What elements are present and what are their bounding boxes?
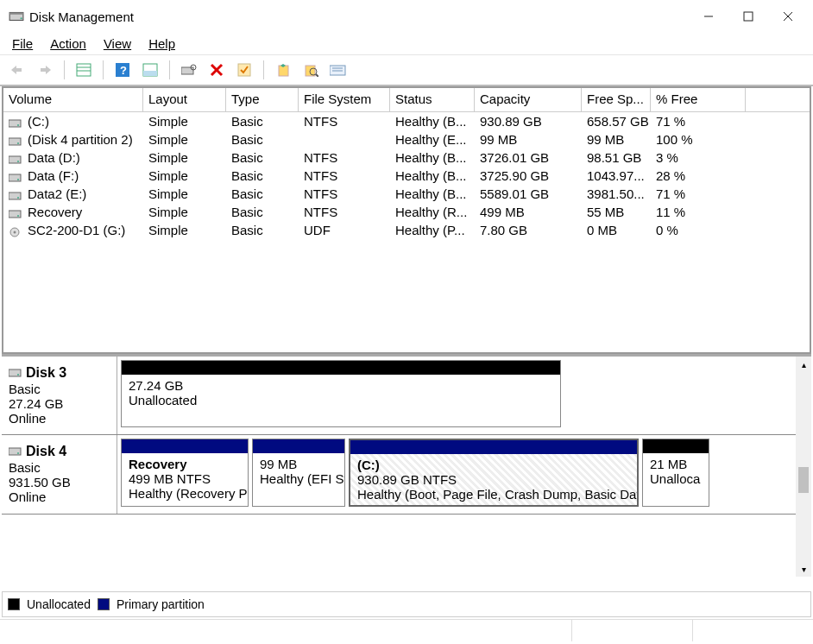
volume-icon [9, 207, 22, 218]
new-volume-button[interactable] [271, 58, 295, 82]
svg-point-40 [17, 197, 19, 199]
partition[interactable]: (C:)930.89 GB NTFSHealthy (Boot, Page Fi… [349, 439, 639, 507]
svg-point-48 [17, 452, 19, 454]
volume-icon [9, 171, 22, 181]
volume-type: Basic [226, 131, 299, 148]
volume-fs [299, 139, 390, 141]
volume-row[interactable]: SC2-200-D1 (G:)SimpleBasicUDFHealthy (P.… [3, 221, 810, 239]
col-cap[interactable]: Capacity [475, 88, 582, 111]
toolbar-separator [103, 60, 104, 79]
disk-capacity: 931.50 GB [9, 475, 110, 489]
disk-partitions: Recovery499 MB NTFSHealthy (Recovery P99… [117, 435, 796, 514]
volume-layout: Simple [143, 113, 226, 129]
window-title: Disk Management [29, 9, 134, 24]
volume-status: Healthy (B... [390, 167, 475, 184]
graphical-view-button[interactable] [138, 58, 162, 82]
volume-free: 99 MB [582, 131, 651, 148]
scroll-down-icon[interactable]: ▾ [796, 561, 811, 577]
maximize-button[interactable] [728, 3, 768, 29]
volume-row[interactable]: Data (D:)SimpleBasicNTFSHealthy (B...372… [3, 148, 810, 167]
partition-size: 99 MB [260, 457, 337, 471]
svg-rect-47 [9, 448, 21, 455]
volume-type: Basic [226, 167, 299, 184]
col-fs[interactable]: File System [299, 88, 390, 111]
delete-button[interactable] [205, 58, 229, 82]
disk-label[interactable]: Disk 3Basic27.24 GBOnline [2, 357, 117, 434]
explore-button[interactable] [299, 58, 323, 82]
volume-pct: 0 % [651, 222, 746, 238]
volume-type: Basic [226, 222, 299, 238]
disk-state: Online [9, 411, 110, 426]
volume-free: 0 MB [582, 222, 651, 238]
volume-row[interactable]: Data2 (E:)SimpleBasicNTFSHealthy (B...55… [3, 185, 810, 203]
volume-row[interactable]: (Disk 4 partition 2)SimpleBasicHealthy (… [3, 130, 810, 148]
volume-icon [9, 153, 22, 163]
partition[interactable]: 99 MBHealthy (EFI Sy [252, 439, 345, 507]
svg-rect-41 [9, 211, 21, 218]
partition-status: Healthy (Boot, Page File, Crash Dump, Ba… [357, 487, 630, 502]
svg-point-2 [21, 17, 22, 19]
minimize-button[interactable] [689, 3, 728, 29]
back-button[interactable] [5, 58, 29, 82]
svg-marker-7 [11, 66, 16, 74]
close-button[interactable] [768, 3, 808, 29]
statusbar [0, 619, 813, 641]
partition-status: Healthy (Recovery P [129, 486, 241, 501]
partition[interactable]: Recovery499 MB NTFSHealthy (Recovery P [121, 439, 249, 507]
volume-list[interactable]: Volume Layout Type File System Status Ca… [2, 86, 811, 354]
volume-type: Basic [226, 204, 299, 220]
volume-capacity: 499 MB [475, 204, 582, 220]
col-layout[interactable]: Layout [143, 88, 226, 111]
settings-button[interactable] [177, 58, 201, 82]
help-button[interactable]: ? [110, 58, 135, 82]
scrollbar-thumb[interactable] [798, 467, 809, 493]
volume-fs: NTFS [299, 186, 390, 202]
volume-pct: 71 % [651, 186, 746, 202]
menu-action[interactable]: Action [41, 34, 95, 54]
menu-help[interactable]: Help [140, 34, 184, 54]
svg-rect-35 [9, 156, 21, 163]
col-free[interactable]: Free Sp... [582, 88, 651, 111]
svg-rect-1 [9, 13, 23, 15]
disk-label[interactable]: Disk 4Basic931.50 GBOnline [2, 435, 117, 514]
volume-capacity: 3725.90 GB [475, 167, 582, 184]
volume-row[interactable]: (C:)SimpleBasicNTFSHealthy (B...930.89 G… [3, 112, 810, 130]
volume-icon [9, 189, 22, 199]
menu-file[interactable]: File [3, 34, 41, 54]
volume-icon [9, 225, 22, 236]
col-pct[interactable]: % Free [651, 88, 746, 111]
volume-row[interactable]: Data (F:)SimpleBasicNTFSHealthy (B...372… [3, 167, 810, 185]
col-type[interactable]: Type [226, 88, 299, 111]
toolbar: ? [0, 55, 813, 86]
properties-button[interactable] [326, 58, 350, 82]
menu-view[interactable]: View [95, 34, 140, 54]
forward-button[interactable] [33, 58, 57, 82]
list-view-button[interactable] [72, 58, 96, 82]
legend-label-unallocated: Unallocated [27, 597, 91, 611]
apply-button[interactable] [232, 58, 256, 82]
volume-name: Recovery [28, 205, 82, 219]
volume-name: (C:) [28, 114, 49, 129]
svg-point-36 [17, 161, 19, 162]
vertical-scrollbar[interactable]: ▴ ▾ [796, 357, 811, 577]
partition[interactable]: 27.24 GBUnallocated [121, 360, 561, 427]
scroll-up-icon[interactable]: ▴ [796, 357, 811, 372]
volume-name: (Disk 4 partition 2) [28, 132, 133, 147]
volume-layout: Simple [143, 131, 226, 148]
menu-action-label: Action [50, 36, 86, 51]
menu-help-label: Help [148, 36, 175, 51]
volume-pct: 3 % [651, 149, 746, 166]
volume-row[interactable]: RecoverySimpleBasicNTFSHealthy (R...499 … [3, 203, 810, 221]
volume-status: Healthy (R... [390, 204, 475, 220]
partition-status: Healthy (EFI Sy [260, 471, 337, 486]
partition-stripe [122, 361, 560, 375]
partition[interactable]: 21 MBUnalloca [642, 439, 709, 507]
volume-pct: 71 % [651, 113, 746, 129]
volume-list-body: (C:)SimpleBasicNTFSHealthy (B...930.89 G… [3, 112, 810, 239]
col-status[interactable]: Status [390, 88, 475, 111]
partition-title: Recovery [129, 457, 241, 471]
disk-graphical-view: Disk 3Basic27.24 GBOnline27.24 GBUnalloc… [2, 354, 811, 591]
volume-fs: NTFS [299, 204, 390, 220]
col-volume[interactable]: Volume [3, 88, 143, 111]
volume-icon [9, 117, 22, 127]
